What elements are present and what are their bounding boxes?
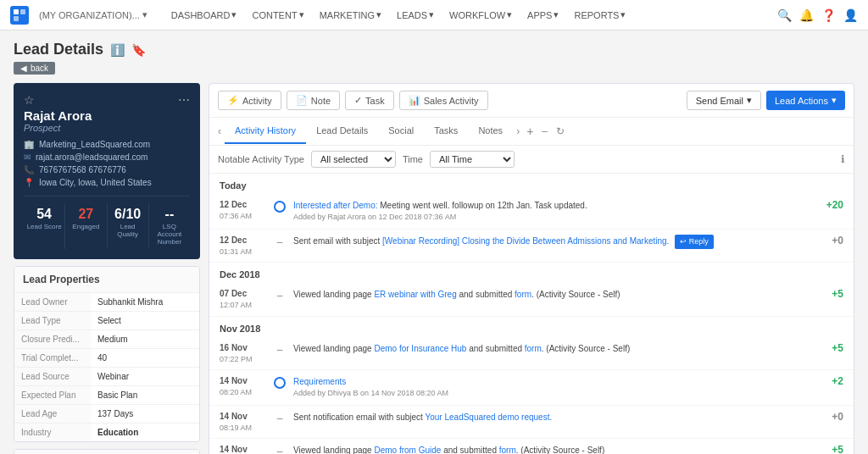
lead-properties-title: Lead Properties — [14, 267, 199, 293]
send-email-button[interactable]: Send Email ▾ — [687, 91, 761, 110]
activity-link[interactable]: Demo from Guide — [374, 446, 441, 454]
activity-list: Today 12 Dec 07:36 AM Interested after D… — [209, 174, 854, 454]
properties-table: Lead Owner Subhankit Mishra Lead Type Se… — [14, 293, 199, 441]
tab-refresh-button[interactable]: ↻ — [553, 119, 568, 144]
search-icon[interactable]: 🔍 — [776, 8, 792, 23]
group-dec-2018: Dec 2018 — [209, 263, 854, 283]
filter-notable-select[interactable]: All selected — [311, 151, 396, 168]
lead-card: ☆ ⋯ Rajat Arora Prospect 🏢 Marketing_Lea… — [14, 83, 200, 259]
activity-date: 14 Nov 08:20 AM — [220, 375, 266, 398]
activity-meta: Added by Rajat Arora on 12 Dec 2018 07:3… — [293, 212, 811, 224]
stat-lead-score: 54 Lead Score — [24, 203, 65, 249]
lead-actions-dropdown-icon: ▾ — [832, 95, 837, 106]
activity-score: +0 — [818, 235, 843, 246]
activity-content: Viewed landing page Demo for Insurance H… — [293, 342, 811, 355]
filter-time-select[interactable]: All Time — [430, 151, 515, 168]
tab-lead-details[interactable]: Lead Details — [306, 119, 378, 144]
activity-link[interactable]: Requirements — [293, 377, 346, 386]
activity-link[interactable]: Interested after Demo: — [293, 201, 378, 210]
nav-leads[interactable]: LEADS ▾ — [390, 6, 441, 24]
tab-add-button[interactable]: + — [523, 118, 537, 145]
nav-reports[interactable]: REPORTS ▾ — [567, 6, 632, 24]
reply-button[interactable]: ↩ Reply — [675, 235, 714, 250]
tab-activity-history[interactable]: Activity History — [225, 119, 306, 144]
activity-type-icon — [273, 376, 287, 390]
bookmark-icon[interactable]: 🔖 — [131, 43, 146, 57]
activity-content: Requirements Added by Dhivya B on 14 Nov… — [293, 375, 811, 400]
filter-info-icon[interactable]: ℹ — [841, 153, 845, 165]
activity-type-icon: – — [273, 343, 287, 357]
activity-button[interactable]: ⚡ Activity — [218, 91, 281, 110]
activity-link-2[interactable]: form — [515, 290, 531, 299]
top-navigation: (MY ORGANIZATION)... ▾ DASHBOARD ▾ CONTE… — [0, 0, 868, 30]
lead-company: 🏢 Marketing_LeadSquared.com — [24, 140, 190, 149]
sales-activity-button[interactable]: 📊 Sales Activity — [399, 91, 488, 110]
info-icon[interactable]: ℹ️ — [110, 43, 125, 57]
building-icon: 🏢 — [24, 140, 34, 149]
star-icon[interactable]: ☆ — [24, 93, 35, 107]
activity-date: 12 Dec 07:36 AM — [220, 199, 266, 222]
nav-marketing[interactable]: MARKETING ▾ — [313, 6, 388, 24]
activity-item: 07 Dec 12:07 AM – Viewed landing page ER… — [209, 283, 854, 317]
activity-type-icon: – — [273, 445, 287, 454]
task-button[interactable]: ✓ Task — [345, 91, 394, 110]
activity-link[interactable]: Your LeadSquared demo request. — [425, 412, 552, 422]
prop-lead-type: Lead Type Select — [14, 312, 199, 330]
filter-time-label: Time — [403, 154, 423, 164]
tabs-row: ‹ Activity History Lead Details Social T… — [209, 118, 854, 146]
user-icon[interactable]: 👤 — [843, 8, 858, 23]
svg-rect-1 — [20, 9, 25, 14]
back-button[interactable]: ◀ back — [14, 62, 55, 75]
page-header: Lead Details ℹ️ 🔖 — [14, 41, 854, 58]
phone-icon: 📞 — [24, 165, 34, 174]
nav-content[interactable]: CONTENT ▾ — [245, 6, 310, 24]
lead-actions-button[interactable]: Lead Actions ▾ — [766, 91, 845, 110]
tab-notes[interactable]: Notes — [468, 119, 513, 144]
lead-name: Rajat Arora — [24, 108, 190, 123]
lead-email: ✉ rajat.arora@leadsquared.com — [24, 152, 190, 162]
right-panel: ⚡ Activity 📄 Note ✓ Task 📊 Sales Activit… — [209, 83, 854, 454]
tags-section: Tags Career Schools × Education × Educat… — [14, 449, 200, 454]
activity-link-2[interactable]: form — [525, 344, 542, 353]
filter-row: Notable Activity Type All selected Time … — [209, 146, 854, 174]
back-arrow-icon: ◀ — [20, 64, 27, 73]
activity-date: 16 Nov 07:22 PM — [220, 342, 266, 365]
activity-link[interactable]: Demo for Insurance Hub — [374, 344, 466, 353]
group-nov-2018: Nov 2018 — [209, 317, 854, 337]
share-icon[interactable]: ⋯ — [178, 93, 190, 107]
notifications-icon[interactable]: 🔔 — [798, 8, 814, 23]
stat-lead-quality: 6/10 Lead Quality — [108, 203, 149, 249]
nav-dashboard[interactable]: DASHBOARD ▾ — [164, 6, 244, 24]
activity-content: Sent email with subject [Webinar Recordi… — [293, 235, 811, 250]
tab-more-button[interactable]: – — [537, 119, 553, 144]
org-selector[interactable]: (MY ORGANIZATION)... ▾ — [39, 9, 147, 20]
tab-prev-button[interactable]: ‹ — [214, 119, 225, 144]
filter-notable-label: Notable Activity Type — [218, 154, 304, 164]
tags-title: Tags — [14, 450, 199, 454]
activity-content: Interested after Demo: Meeting went well… — [293, 199, 811, 224]
activity-score: +20 — [818, 199, 843, 211]
activity-type-icon: – — [273, 235, 287, 249]
tab-social[interactable]: Social — [378, 119, 424, 144]
tab-tasks[interactable]: Tasks — [424, 119, 468, 144]
activity-score: +5 — [818, 342, 843, 354]
activity-score: +0 — [818, 411, 843, 423]
activity-link[interactable]: [Webinar Recording] Closing the Divide B… — [382, 236, 669, 246]
activity-date: 07 Dec 12:07 AM — [220, 288, 266, 311]
activity-link-2[interactable]: form — [499, 446, 516, 454]
page-title: Lead Details — [14, 41, 103, 58]
nav-workflow[interactable]: WORKFLOW ▾ — [442, 6, 519, 24]
svg-rect-2 — [14, 16, 19, 21]
activity-date: 14 Nov 08:19 AM — [220, 411, 266, 434]
help-icon[interactable]: ❓ — [821, 8, 836, 23]
nav-menu: DASHBOARD ▾ CONTENT ▾ MARKETING ▾ LEADS … — [164, 6, 773, 24]
tab-next-button[interactable]: › — [513, 119, 523, 144]
action-toolbar: ⚡ Activity 📄 Note ✓ Task 📊 Sales Activit… — [209, 84, 854, 118]
activity-link[interactable]: ER webinar with Greg — [374, 290, 456, 299]
send-email-dropdown-icon: ▾ — [747, 95, 752, 106]
lead-location: 📍 Iowa City, Iowa, United States — [24, 178, 190, 187]
activity-item: 14 Nov 08:19 AM – Viewed landing page De… — [209, 439, 854, 454]
note-button[interactable]: 📄 Note — [287, 91, 340, 110]
activity-item: 14 Nov 08:20 AM Requirements Added by Dh… — [209, 370, 854, 406]
nav-apps[interactable]: APPS ▾ — [520, 6, 565, 24]
